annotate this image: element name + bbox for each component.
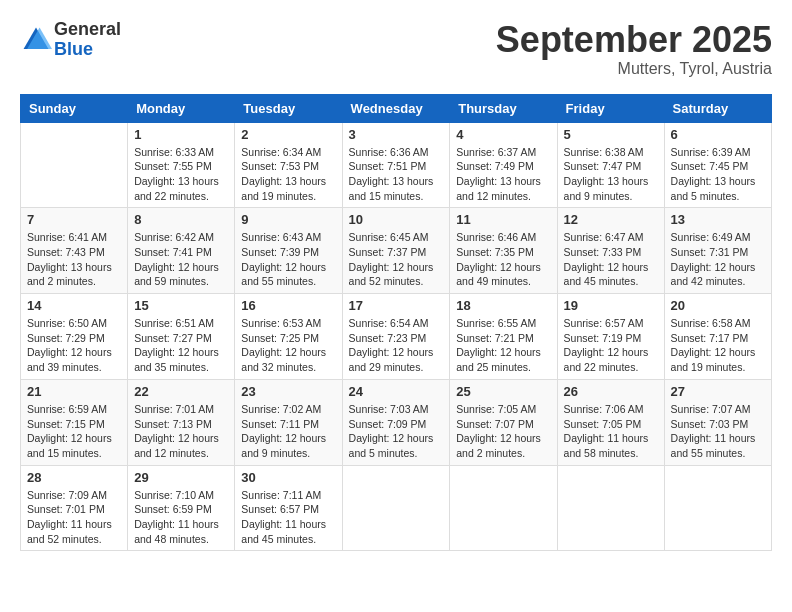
- day-info: Sunrise: 7:10 AMSunset: 6:59 PMDaylight:…: [134, 488, 228, 547]
- calendar-cell: 29Sunrise: 7:10 AMSunset: 6:59 PMDayligh…: [128, 465, 235, 551]
- calendar-cell: 20Sunrise: 6:58 AMSunset: 7:17 PMDayligh…: [664, 294, 771, 380]
- day-info: Sunrise: 6:45 AMSunset: 7:37 PMDaylight:…: [349, 230, 444, 289]
- day-number: 11: [456, 212, 550, 227]
- weekday-header-saturday: Saturday: [664, 94, 771, 122]
- calendar-cell: 27Sunrise: 7:07 AMSunset: 7:03 PMDayligh…: [664, 379, 771, 465]
- calendar-cell: 5Sunrise: 6:38 AMSunset: 7:47 PMDaylight…: [557, 122, 664, 208]
- day-number: 24: [349, 384, 444, 399]
- week-row-3: 14Sunrise: 6:50 AMSunset: 7:29 PMDayligh…: [21, 294, 772, 380]
- day-info: Sunrise: 6:59 AMSunset: 7:15 PMDaylight:…: [27, 402, 121, 461]
- day-number: 21: [27, 384, 121, 399]
- day-info: Sunrise: 6:38 AMSunset: 7:47 PMDaylight:…: [564, 145, 658, 204]
- calendar-body: 1Sunrise: 6:33 AMSunset: 7:55 PMDaylight…: [21, 122, 772, 551]
- calendar-cell: 25Sunrise: 7:05 AMSunset: 7:07 PMDayligh…: [450, 379, 557, 465]
- day-info: Sunrise: 7:05 AMSunset: 7:07 PMDaylight:…: [456, 402, 550, 461]
- day-info: Sunrise: 6:41 AMSunset: 7:43 PMDaylight:…: [27, 230, 121, 289]
- calendar-cell: 9Sunrise: 6:43 AMSunset: 7:39 PMDaylight…: [235, 208, 342, 294]
- calendar-cell: 8Sunrise: 6:42 AMSunset: 7:41 PMDaylight…: [128, 208, 235, 294]
- logo-blue-text: Blue: [54, 40, 121, 60]
- day-info: Sunrise: 7:11 AMSunset: 6:57 PMDaylight:…: [241, 488, 335, 547]
- calendar-cell: 1Sunrise: 6:33 AMSunset: 7:55 PMDaylight…: [128, 122, 235, 208]
- day-number: 27: [671, 384, 765, 399]
- calendar-cell: 26Sunrise: 7:06 AMSunset: 7:05 PMDayligh…: [557, 379, 664, 465]
- calendar-cell: 13Sunrise: 6:49 AMSunset: 7:31 PMDayligh…: [664, 208, 771, 294]
- day-number: 29: [134, 470, 228, 485]
- calendar-cell: 2Sunrise: 6:34 AMSunset: 7:53 PMDaylight…: [235, 122, 342, 208]
- calendar-cell: [557, 465, 664, 551]
- day-info: Sunrise: 6:55 AMSunset: 7:21 PMDaylight:…: [456, 316, 550, 375]
- day-number: 23: [241, 384, 335, 399]
- day-info: Sunrise: 6:36 AMSunset: 7:51 PMDaylight:…: [349, 145, 444, 204]
- logo-icon: [20, 24, 52, 56]
- calendar-cell: 28Sunrise: 7:09 AMSunset: 7:01 PMDayligh…: [21, 465, 128, 551]
- day-number: 30: [241, 470, 335, 485]
- calendar-cell: 16Sunrise: 6:53 AMSunset: 7:25 PMDayligh…: [235, 294, 342, 380]
- day-info: Sunrise: 6:34 AMSunset: 7:53 PMDaylight:…: [241, 145, 335, 204]
- weekday-header-row: SundayMondayTuesdayWednesdayThursdayFrid…: [21, 94, 772, 122]
- calendar-cell: 4Sunrise: 6:37 AMSunset: 7:49 PMDaylight…: [450, 122, 557, 208]
- week-row-4: 21Sunrise: 6:59 AMSunset: 7:15 PMDayligh…: [21, 379, 772, 465]
- calendar-cell: 12Sunrise: 6:47 AMSunset: 7:33 PMDayligh…: [557, 208, 664, 294]
- day-info: Sunrise: 6:37 AMSunset: 7:49 PMDaylight:…: [456, 145, 550, 204]
- week-row-1: 1Sunrise: 6:33 AMSunset: 7:55 PMDaylight…: [21, 122, 772, 208]
- calendar-cell: 17Sunrise: 6:54 AMSunset: 7:23 PMDayligh…: [342, 294, 450, 380]
- calendar-cell: 18Sunrise: 6:55 AMSunset: 7:21 PMDayligh…: [450, 294, 557, 380]
- week-row-5: 28Sunrise: 7:09 AMSunset: 7:01 PMDayligh…: [21, 465, 772, 551]
- day-info: Sunrise: 7:09 AMSunset: 7:01 PMDaylight:…: [27, 488, 121, 547]
- calendar: SundayMondayTuesdayWednesdayThursdayFrid…: [20, 94, 772, 552]
- calendar-cell: [342, 465, 450, 551]
- day-info: Sunrise: 7:02 AMSunset: 7:11 PMDaylight:…: [241, 402, 335, 461]
- day-number: 3: [349, 127, 444, 142]
- day-number: 17: [349, 298, 444, 313]
- day-number: 5: [564, 127, 658, 142]
- day-number: 2: [241, 127, 335, 142]
- calendar-cell: 14Sunrise: 6:50 AMSunset: 7:29 PMDayligh…: [21, 294, 128, 380]
- location: Mutters, Tyrol, Austria: [496, 60, 772, 78]
- day-info: Sunrise: 6:58 AMSunset: 7:17 PMDaylight:…: [671, 316, 765, 375]
- day-number: 25: [456, 384, 550, 399]
- weekday-header-sunday: Sunday: [21, 94, 128, 122]
- calendar-cell: 23Sunrise: 7:02 AMSunset: 7:11 PMDayligh…: [235, 379, 342, 465]
- weekday-header-tuesday: Tuesday: [235, 94, 342, 122]
- day-info: Sunrise: 6:43 AMSunset: 7:39 PMDaylight:…: [241, 230, 335, 289]
- day-number: 8: [134, 212, 228, 227]
- day-info: Sunrise: 7:07 AMSunset: 7:03 PMDaylight:…: [671, 402, 765, 461]
- calendar-cell: 30Sunrise: 7:11 AMSunset: 6:57 PMDayligh…: [235, 465, 342, 551]
- day-number: 19: [564, 298, 658, 313]
- calendar-cell: 21Sunrise: 6:59 AMSunset: 7:15 PMDayligh…: [21, 379, 128, 465]
- day-number: 7: [27, 212, 121, 227]
- calendar-cell: 24Sunrise: 7:03 AMSunset: 7:09 PMDayligh…: [342, 379, 450, 465]
- day-number: 13: [671, 212, 765, 227]
- weekday-header-monday: Monday: [128, 94, 235, 122]
- weekday-header-wednesday: Wednesday: [342, 94, 450, 122]
- title-area: September 2025 Mutters, Tyrol, Austria: [496, 20, 772, 78]
- day-number: 6: [671, 127, 765, 142]
- day-info: Sunrise: 6:49 AMSunset: 7:31 PMDaylight:…: [671, 230, 765, 289]
- weekday-header-friday: Friday: [557, 94, 664, 122]
- day-info: Sunrise: 6:42 AMSunset: 7:41 PMDaylight:…: [134, 230, 228, 289]
- calendar-cell: [664, 465, 771, 551]
- calendar-cell: 10Sunrise: 6:45 AMSunset: 7:37 PMDayligh…: [342, 208, 450, 294]
- day-info: Sunrise: 6:51 AMSunset: 7:27 PMDaylight:…: [134, 316, 228, 375]
- day-number: 10: [349, 212, 444, 227]
- logo: General Blue: [20, 20, 121, 60]
- day-info: Sunrise: 6:57 AMSunset: 7:19 PMDaylight:…: [564, 316, 658, 375]
- calendar-cell: [21, 122, 128, 208]
- day-number: 1: [134, 127, 228, 142]
- day-info: Sunrise: 6:53 AMSunset: 7:25 PMDaylight:…: [241, 316, 335, 375]
- header: General Blue September 2025 Mutters, Tyr…: [20, 20, 772, 78]
- day-number: 14: [27, 298, 121, 313]
- day-info: Sunrise: 6:50 AMSunset: 7:29 PMDaylight:…: [27, 316, 121, 375]
- day-info: Sunrise: 6:46 AMSunset: 7:35 PMDaylight:…: [456, 230, 550, 289]
- day-number: 26: [564, 384, 658, 399]
- calendar-cell: 15Sunrise: 6:51 AMSunset: 7:27 PMDayligh…: [128, 294, 235, 380]
- day-number: 9: [241, 212, 335, 227]
- day-number: 4: [456, 127, 550, 142]
- week-row-2: 7Sunrise: 6:41 AMSunset: 7:43 PMDaylight…: [21, 208, 772, 294]
- day-info: Sunrise: 6:39 AMSunset: 7:45 PMDaylight:…: [671, 145, 765, 204]
- calendar-cell: 3Sunrise: 6:36 AMSunset: 7:51 PMDaylight…: [342, 122, 450, 208]
- day-number: 15: [134, 298, 228, 313]
- day-info: Sunrise: 7:06 AMSunset: 7:05 PMDaylight:…: [564, 402, 658, 461]
- day-number: 20: [671, 298, 765, 313]
- weekday-header-thursday: Thursday: [450, 94, 557, 122]
